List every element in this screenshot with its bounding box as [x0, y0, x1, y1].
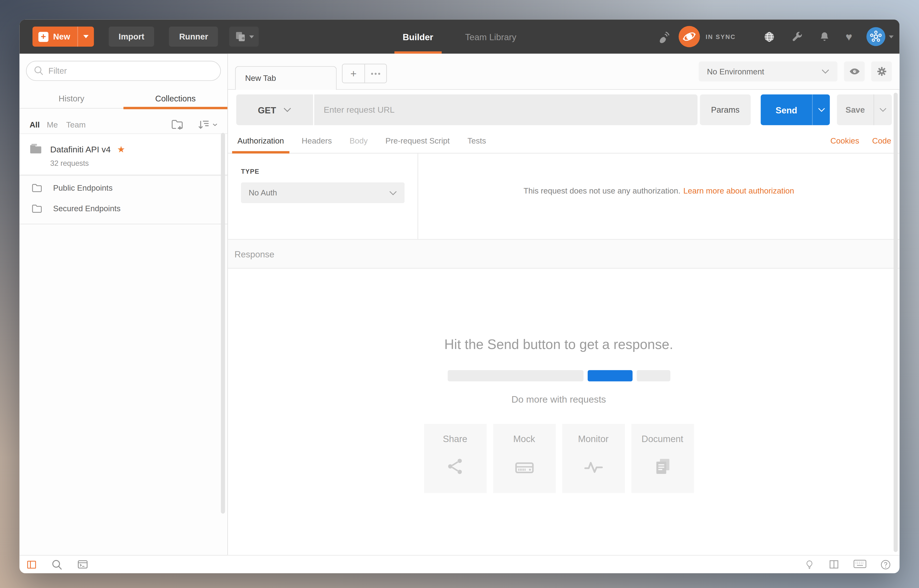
avatar[interactable]	[866, 27, 885, 46]
auth-type-select[interactable]: No Auth	[241, 183, 405, 203]
ellipsis-icon	[371, 72, 380, 74]
sync-status-text: IN SYNC	[705, 33, 736, 40]
send-button-label: Send	[761, 94, 812, 125]
globe-icon	[763, 31, 775, 43]
request-builder-row: GET Params Send Save	[236, 94, 892, 125]
shortcuts-button[interactable]	[853, 559, 866, 569]
tips-button[interactable]	[804, 559, 814, 570]
feature-cards: Share Mock Monitor	[228, 424, 890, 493]
send-button[interactable]: Send	[761, 94, 830, 125]
scope-all[interactable]: All	[29, 120, 40, 129]
filter-input[interactable]	[26, 61, 221, 81]
bell-icon	[819, 31, 830, 43]
collection-folder-icon	[28, 142, 43, 157]
chevron-down-icon	[389, 191, 397, 195]
caret-down-icon	[212, 123, 217, 126]
response-title: Response	[235, 249, 275, 259]
search-button[interactable]	[52, 559, 63, 570]
environment-settings-button[interactable]	[871, 61, 892, 82]
folder-item-public-endpoints[interactable]: Public Endpoints	[19, 178, 227, 198]
desktop-background: + New Import Runner Builder Team Library	[0, 0, 919, 588]
save-dropdown-caret[interactable]	[874, 94, 892, 125]
settings-wrench-button[interactable]	[791, 31, 803, 43]
authorization-panel: TYPE No Auth This request does not use a…	[228, 153, 900, 239]
params-button[interactable]: Params	[700, 94, 751, 125]
collection-item[interactable]: Datafiniti API v4 ★ 32 requests	[19, 134, 227, 175]
collection-name: Datafiniti API v4	[50, 144, 111, 153]
environment-select[interactable]: No Environment	[699, 61, 837, 82]
do-more-heading: Do more with requests	[228, 394, 890, 405]
tab-pre-request-script[interactable]: Pre-request Script	[385, 129, 450, 153]
card-share[interactable]: Share	[424, 424, 487, 493]
editor-links: Cookies Code	[830, 136, 891, 145]
caret-down-icon	[889, 35, 894, 38]
header-bar: + New Import Runner Builder Team Library	[19, 19, 900, 53]
account-dropdown-caret[interactable]	[889, 35, 894, 38]
tab-collections[interactable]: Collections	[123, 89, 227, 108]
illustration-send-bar	[587, 370, 632, 381]
filter-field-wrap	[26, 61, 221, 81]
sidebar-scrollbar[interactable]	[221, 133, 225, 514]
two-pane-view-button[interactable]	[828, 559, 840, 570]
new-collection-button[interactable]	[170, 118, 184, 132]
save-button[interactable]: Save	[837, 94, 892, 125]
tab-authorization[interactable]: Authorization	[238, 129, 284, 153]
avatar-gear-icon	[869, 29, 883, 44]
postman-app-window: + New Import Runner Builder Team Library	[19, 19, 900, 573]
new-window-button[interactable]	[229, 27, 259, 47]
card-document[interactable]: Document	[631, 424, 694, 493]
url-input[interactable]	[314, 105, 697, 114]
card-mock[interactable]: Mock	[493, 424, 555, 493]
sort-collections-button[interactable]	[197, 118, 217, 131]
add-tab-button[interactable]: +	[343, 65, 364, 83]
keyboard-icon	[853, 559, 866, 569]
environment-quick-look-button[interactable]	[844, 61, 865, 82]
console-button[interactable]	[77, 559, 89, 570]
runner-button[interactable]: Runner	[169, 27, 218, 47]
scope-me[interactable]: Me	[47, 120, 58, 129]
new-dropdown-caret[interactable]	[77, 27, 94, 47]
help-button[interactable]	[880, 559, 891, 570]
environment-controls: No Environment	[699, 61, 892, 82]
chevron-down-icon	[822, 69, 829, 74]
tab-history[interactable]: History	[19, 89, 123, 108]
toggle-sidebar-button[interactable]	[26, 559, 37, 570]
code-link[interactable]: Code	[872, 136, 891, 145]
lightbulb-icon	[804, 559, 814, 570]
wrench-icon	[791, 31, 803, 43]
method-value: GET	[258, 105, 276, 115]
request-tab[interactable]: New Tab	[235, 66, 337, 90]
empty-state-heading: Hit the Send button to get a response.	[228, 337, 890, 352]
url-field-wrap	[314, 94, 697, 125]
favorite-star-icon[interactable]: ★	[117, 144, 125, 154]
collection-request-count: 32 requests	[50, 159, 218, 168]
scope-team[interactable]: Team	[66, 120, 86, 129]
method-select[interactable]: GET	[236, 94, 313, 125]
folder-label: Secured Endpoints	[53, 204, 121, 213]
tab-team-library[interactable]: Team Library	[457, 19, 524, 53]
sync-status-button[interactable]	[678, 26, 700, 47]
interceptor-button[interactable]	[763, 31, 775, 43]
import-button[interactable]: Import	[108, 27, 154, 47]
auth-message-text: This request does not use any authorizat…	[523, 187, 680, 195]
scope-icons	[170, 118, 217, 132]
folder-label: Public Endpoints	[53, 184, 112, 192]
sidebar-toggle-icon	[26, 559, 37, 570]
learn-more-link[interactable]: Learn more about authorization	[683, 187, 794, 195]
send-dropdown-caret[interactable]	[812, 94, 830, 125]
tab-builder[interactable]: Builder	[395, 19, 442, 53]
heart-icon[interactable]: ♥	[846, 31, 852, 42]
tab-tests[interactable]: Tests	[468, 129, 486, 153]
notifications-button[interactable]	[819, 31, 830, 43]
cookies-link[interactable]: Cookies	[830, 136, 859, 145]
main-scrollbar[interactable]	[894, 92, 898, 552]
tab-menu-button[interactable]	[364, 65, 386, 83]
share-icon	[446, 457, 464, 476]
main-panel: New Tab + No Environment	[228, 54, 900, 555]
proxy-satellite-button[interactable]	[658, 31, 670, 43]
tab-body[interactable]: Body	[349, 129, 368, 153]
folder-item-secured-endpoints[interactable]: Secured Endpoints	[19, 198, 227, 219]
tab-headers[interactable]: Headers	[302, 129, 332, 153]
card-monitor[interactable]: Monitor	[562, 424, 625, 493]
new-button[interactable]: + New	[32, 27, 94, 47]
